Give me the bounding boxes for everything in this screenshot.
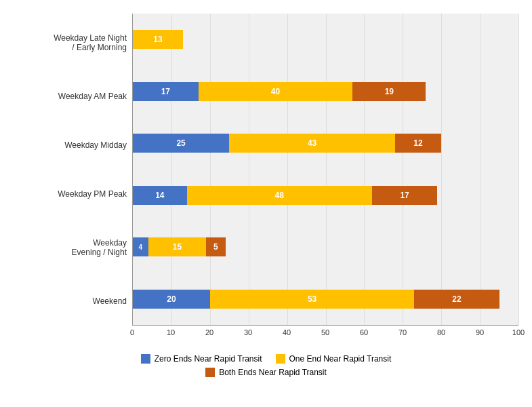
grid-line [441, 14, 442, 325]
legend-swatch [141, 354, 150, 364]
y-label: Weekend [14, 296, 127, 306]
bar-row: 205322 [133, 286, 518, 313]
bars-section: 131740192543121448174155205322 [132, 14, 518, 326]
x-tick-label: 70 [398, 328, 407, 336]
grid-line [326, 14, 327, 325]
bar-segment: 5 [206, 237, 225, 256]
chart-container: Weekday Late Night/ Early MorningWeekday… [0, 0, 532, 407]
legend-label: Both Ends Near Rapid Transit [219, 368, 327, 377]
bar-segment: 25 [133, 134, 229, 153]
bar-row: 4155 [133, 233, 518, 260]
y-label: WeekdayEvening / Night [14, 238, 127, 258]
bar-segment: 40 [199, 82, 353, 101]
x-tick-label: 50 [321, 328, 329, 336]
legend-row-1: Zero Ends Near Rapid TransitOne End Near… [14, 354, 518, 364]
legend-item: Zero Ends Near Rapid Transit [141, 354, 262, 364]
bar-row: 174019 [133, 78, 518, 105]
y-label: Weekday PM Peak [14, 189, 127, 199]
x-axis-labels: 0102030405060708090100 [132, 326, 518, 342]
legend-item: Both Ends Near Rapid Transit [205, 368, 327, 377]
x-tick-label: 40 [283, 328, 291, 336]
grid-line [210, 14, 211, 325]
x-axis-wrapper: 0102030405060708090100 [132, 328, 518, 342]
grid-line [403, 14, 403, 325]
legend: Zero Ends Near Rapid TransitOne End Near… [14, 354, 518, 377]
bar-segment: 22 [414, 290, 499, 309]
bar-segment: 19 [352, 82, 426, 101]
bar-row: 144817 [133, 182, 518, 209]
legend-label: Zero Ends Near Rapid Transit [155, 354, 262, 364]
y-label: Weekday Late Night/ Early Morning [14, 33, 127, 53]
legend-label: One End Near Rapid Transit [289, 354, 392, 364]
bar-segment: 53 [210, 290, 415, 309]
bar-segment: 20 [133, 290, 210, 309]
bar-segment: 14 [133, 186, 187, 205]
legend-swatch [205, 368, 215, 377]
grid-line [364, 14, 365, 325]
x-tick-label: 20 [205, 328, 213, 336]
bar-segment: 17 [372, 186, 438, 205]
x-tick-label: 60 [360, 328, 368, 336]
bar-segment: 43 [229, 134, 395, 153]
legend-swatch [276, 354, 285, 364]
bar-segment: 13 [133, 30, 183, 49]
grid-line [480, 14, 480, 325]
y-label: Weekday Midday [14, 140, 127, 150]
legend-item: One End Near Rapid Transit [276, 354, 392, 364]
x-tick-label: 100 [512, 328, 525, 336]
x-tick-label: 10 [167, 328, 175, 336]
chart-area: Weekday Late Night/ Early MorningWeekday… [14, 14, 518, 326]
grid-line [518, 14, 519, 325]
bar-segment: 48 [187, 186, 372, 205]
legend-row-2: Both Ends Near Rapid Transit [14, 368, 518, 377]
bar-segment: 12 [395, 134, 441, 153]
bar-row: 254312 [133, 130, 518, 157]
y-axis-labels: Weekday Late Night/ Early MorningWeekday… [14, 14, 132, 326]
bar-segment: 17 [133, 82, 199, 101]
bar-row: 13 [133, 26, 518, 53]
x-tick-label: 0 [130, 328, 134, 336]
grid-line [249, 14, 249, 325]
x-tick-label: 30 [244, 328, 252, 336]
x-tick-label: 90 [476, 328, 484, 336]
bar-segment: 4 [133, 237, 148, 256]
y-label: Weekday AM Peak [14, 92, 127, 101]
grid-line [287, 14, 288, 325]
bar-segment: 15 [148, 237, 206, 256]
grid-line [171, 14, 172, 325]
x-tick-label: 80 [437, 328, 445, 336]
